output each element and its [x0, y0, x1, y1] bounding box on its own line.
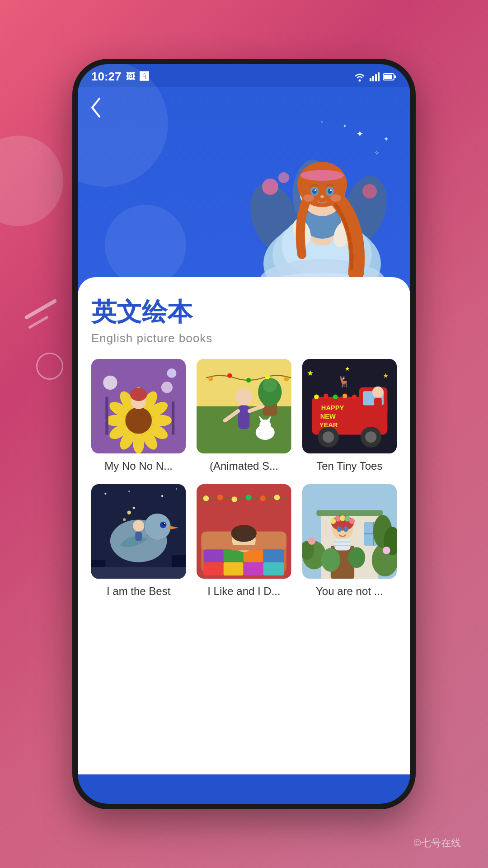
svg-text:✧: ✧ — [374, 149, 380, 156]
svg-rect-141 — [244, 562, 263, 575]
battery-icon — [383, 73, 397, 81]
svg-point-55 — [125, 407, 152, 434]
svg-point-111 — [144, 513, 171, 540]
svg-point-173 — [348, 547, 365, 568]
svg-point-58 — [103, 376, 117, 390]
book-item-2[interactable]: (Animated S... — [197, 359, 291, 473]
back-button[interactable] — [89, 96, 102, 123]
svg-rect-135 — [204, 549, 224, 562]
card-title-chinese: 英文绘本 — [91, 295, 397, 330]
svg-point-167 — [337, 526, 341, 532]
svg-point-116 — [127, 510, 131, 514]
svg-point-49 — [133, 433, 144, 453]
svg-point-115 — [164, 523, 165, 524]
svg-point-126 — [203, 495, 209, 501]
svg-point-59 — [161, 382, 173, 393]
svg-text:★: ★ — [345, 366, 350, 372]
wifi-icon — [353, 72, 366, 82]
svg-point-108 — [176, 488, 177, 489]
svg-rect-145 — [231, 544, 258, 550]
svg-point-128 — [232, 496, 238, 502]
svg-point-78 — [227, 373, 232, 377]
svg-point-35 — [328, 189, 332, 194]
content-card: 英文绘本 English picture books — [78, 277, 410, 774]
svg-point-0 — [359, 79, 361, 81]
bg-decoration-slash2 — [28, 316, 49, 329]
svg-point-105 — [104, 492, 106, 494]
svg-point-158 — [308, 537, 315, 545]
book-cover-4 — [91, 484, 186, 579]
book-title-6: You are not ... — [316, 584, 383, 598]
svg-rect-1 — [370, 78, 371, 81]
svg-point-39 — [303, 194, 314, 202]
svg-point-93 — [343, 393, 347, 398]
svg-point-89 — [365, 431, 376, 443]
svg-point-144 — [231, 525, 257, 542]
book-item-3[interactable]: HAPPY NEW YEAR 🦌 ★ ★ ★ Ten Tiny To — [302, 359, 397, 473]
phone-frame: 10:27 🖼 🅰 — [72, 59, 416, 809]
svg-text:NEW: NEW — [320, 413, 335, 420]
svg-point-131 — [274, 495, 280, 500]
svg-point-117 — [123, 518, 126, 521]
svg-point-168 — [343, 526, 348, 532]
book-item-1[interactable]: My No No N... — [91, 359, 186, 473]
book-item-5[interactable]: I Like and I D... — [197, 484, 291, 599]
svg-rect-136 — [224, 549, 244, 562]
svg-point-79 — [246, 378, 251, 382]
svg-point-37 — [330, 189, 332, 191]
book-item-4[interactable]: I am the Best — [91, 484, 186, 599]
svg-point-52 — [105, 415, 126, 426]
svg-point-34 — [312, 189, 317, 194]
watermark: ©七号在线 — [414, 836, 461, 850]
svg-point-107 — [161, 495, 163, 497]
svg-text:✦: ✦ — [356, 129, 364, 139]
svg-text:✧: ✧ — [320, 119, 324, 124]
svg-point-90 — [314, 394, 319, 399]
signal-icon — [370, 72, 380, 81]
book-title-2: (Animated S... — [210, 459, 278, 473]
svg-point-166 — [349, 518, 355, 524]
svg-point-91 — [324, 393, 328, 398]
svg-rect-120 — [135, 531, 142, 541]
svg-point-60 — [167, 368, 176, 378]
svg-text:★: ★ — [307, 369, 314, 377]
svg-point-81 — [284, 377, 289, 381]
bg-decoration-ring — [36, 353, 63, 380]
book-title-4: I am the Best — [107, 584, 170, 598]
svg-text:YEAR: YEAR — [319, 421, 338, 429]
svg-rect-2 — [372, 76, 374, 81]
svg-point-40 — [330, 194, 341, 202]
book-cover-3: HAPPY NEW YEAR 🦌 ★ ★ ★ — [302, 359, 397, 453]
svg-rect-152 — [316, 510, 383, 516]
hero-bg-shape2 — [105, 205, 186, 286]
svg-point-68 — [263, 378, 277, 392]
svg-point-172 — [321, 548, 340, 571]
book-title-3: Ten Tiny Toes — [316, 459, 382, 473]
svg-point-57 — [130, 388, 147, 401]
book-cover-5 — [197, 484, 291, 579]
svg-rect-123 — [91, 567, 186, 579]
books-grid: My No No N... — [91, 359, 397, 598]
svg-point-119 — [133, 520, 144, 531]
book-title-1: My No No N... — [104, 459, 173, 473]
svg-rect-6 — [394, 75, 396, 78]
svg-point-38 — [320, 195, 324, 198]
svg-rect-139 — [204, 562, 224, 575]
svg-point-46 — [151, 415, 172, 426]
svg-point-94 — [352, 394, 357, 399]
svg-point-13 — [278, 172, 289, 183]
svg-point-127 — [217, 495, 223, 500]
svg-text:✦: ✦ — [343, 123, 347, 129]
svg-text:✦: ✦ — [383, 135, 389, 143]
book-item-6[interactable]: You are not ... — [302, 484, 397, 599]
card-title-english: English picture books — [91, 331, 397, 345]
svg-rect-140 — [224, 562, 244, 575]
svg-text:★: ★ — [383, 372, 389, 379]
svg-rect-3 — [375, 74, 377, 81]
svg-point-118 — [133, 506, 135, 509]
book-cover-1 — [91, 359, 186, 453]
svg-point-69 — [235, 388, 253, 406]
status-right — [353, 72, 397, 82]
bg-decoration-circle — [0, 136, 63, 226]
book-cover-2 — [197, 359, 291, 453]
